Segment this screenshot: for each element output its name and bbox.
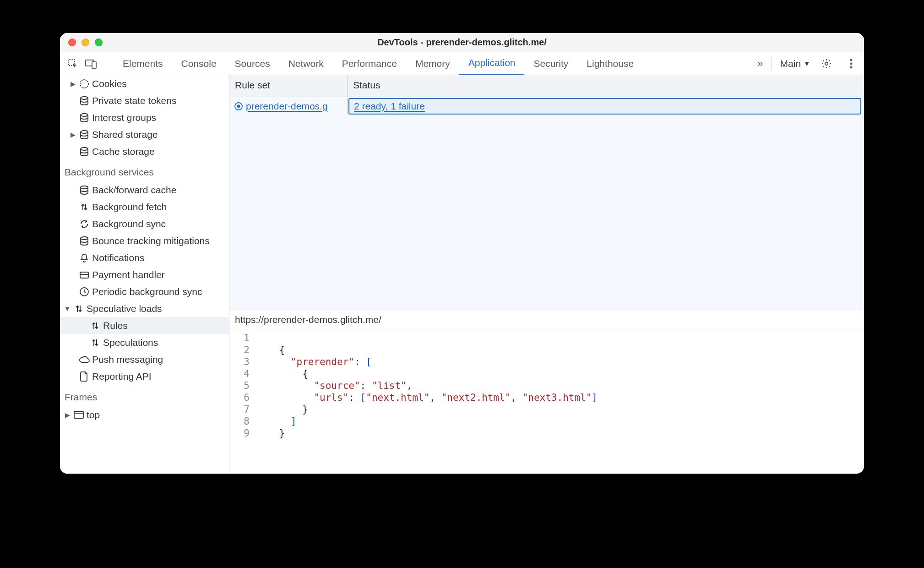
sidebar-item-speculations[interactable]: Speculations xyxy=(60,334,229,351)
minimize-window-button[interactable] xyxy=(82,38,89,46)
collapse-arrow-icon: ▼ xyxy=(63,305,72,312)
traffic-lights xyxy=(68,38,103,46)
sidebar-item-frame-top[interactable]: ▶ top xyxy=(60,406,229,423)
updown-arrows-icon xyxy=(77,202,91,212)
sidebar-item-label: Cookies xyxy=(91,78,127,89)
sidebar-item-shared-storage[interactable]: ▶ Shared storage xyxy=(60,126,229,143)
sidebar-item-label: Back/forward cache xyxy=(91,185,176,196)
sidebar-item-label: Private state tokens xyxy=(91,95,176,106)
inspect-element-icon[interactable] xyxy=(65,55,81,72)
ruleset-grid-body: prerender-demos.g 2 ready, 1 failure xyxy=(229,97,864,310)
database-icon xyxy=(77,147,91,157)
status-dot-icon xyxy=(234,102,243,111)
database-icon xyxy=(77,236,91,246)
main-panel: Rule set Status prerender-demos.g 2 read… xyxy=(229,75,864,474)
code-content: { "prerender": [ { "source": "list", "ur… xyxy=(256,332,598,474)
sidebar-item-notifications[interactable]: Notifications xyxy=(60,249,229,266)
svg-rect-2 xyxy=(92,62,96,68)
column-header-ruleset[interactable]: Rule set xyxy=(229,75,348,97)
svg-point-4 xyxy=(850,59,853,61)
panel-tabs: Elements Console Sources Network Perform… xyxy=(114,52,643,75)
document-icon xyxy=(77,371,91,382)
tab-memory[interactable]: Memory xyxy=(406,52,459,75)
sidebar-item-label: Reporting API xyxy=(91,371,152,382)
cookie-icon xyxy=(77,79,91,89)
tab-elements[interactable]: Elements xyxy=(114,52,172,75)
sidebar-item-label: Push messaging xyxy=(91,354,163,365)
svg-point-5 xyxy=(850,62,853,65)
database-icon xyxy=(77,185,91,195)
device-toggle-icon[interactable] xyxy=(83,55,99,72)
svg-point-7 xyxy=(80,80,88,88)
tab-application[interactable]: Application xyxy=(459,52,525,75)
column-header-status[interactable]: Status xyxy=(348,75,864,97)
window-title: DevTools - prerender-demos.glitch.me/ xyxy=(68,37,856,48)
sidebar-item-cookies[interactable]: ▶ Cookies xyxy=(60,75,229,92)
ruleset-link[interactable]: prerender-demos.g xyxy=(246,101,328,112)
section-header-frames: Frames xyxy=(60,385,229,406)
sidebar-item-label: Rules xyxy=(102,320,128,331)
tab-lighthouse[interactable]: Lighthouse xyxy=(577,52,643,75)
sidebar-item-background-sync[interactable]: Background sync xyxy=(60,215,229,232)
svg-point-12 xyxy=(81,186,88,189)
svg-point-8 xyxy=(81,97,88,99)
devtools-window: DevTools - prerender-demos.glitch.me/ El… xyxy=(60,33,864,474)
expand-arrow-icon: ▶ xyxy=(63,411,72,419)
sidebar-item-label: Speculative loads xyxy=(86,303,162,314)
tab-console[interactable]: Console xyxy=(172,52,226,75)
sidebar-item-label: Bounce tracking mitigations xyxy=(91,235,210,246)
sidebar-item-private-state-tokens[interactable]: Private state tokens xyxy=(60,92,229,109)
updown-arrows-icon xyxy=(72,304,86,314)
tab-security[interactable]: Security xyxy=(524,52,577,75)
sidebar-item-label: Payment handler xyxy=(91,269,165,280)
sidebar-item-payment-handler[interactable]: Payment handler xyxy=(60,266,229,283)
line-numbers: 1 2 3 4 5 6 7 8 9 xyxy=(229,332,256,474)
settings-gear-icon[interactable] xyxy=(818,55,835,72)
sidebar-item-back-forward-cache[interactable]: Back/forward cache xyxy=(60,181,229,198)
section-header-background-services: Background services xyxy=(60,160,229,181)
main-toolbar: Elements Console Sources Network Perform… xyxy=(60,52,864,75)
svg-point-20 xyxy=(238,105,240,108)
tabs-overflow-button[interactable]: » xyxy=(757,58,763,70)
svg-rect-17 xyxy=(74,411,83,418)
tab-network[interactable]: Network xyxy=(279,52,333,75)
sidebar-item-label: Speculations xyxy=(102,337,158,348)
updown-arrows-icon xyxy=(88,321,102,331)
sidebar-item-label: Background fetch xyxy=(91,202,167,213)
tab-performance[interactable]: Performance xyxy=(333,52,406,75)
sidebar-item-interest-groups[interactable]: Interest groups xyxy=(60,109,229,126)
clock-icon xyxy=(77,287,91,297)
more-menu-icon[interactable] xyxy=(843,55,859,72)
maximize-window-button[interactable] xyxy=(95,38,103,46)
sidebar-item-label: top xyxy=(86,410,100,421)
sidebar-item-label: Background sync xyxy=(91,218,166,229)
database-icon xyxy=(77,130,91,140)
ruleset-row[interactable]: prerender-demos.g 2 ready, 1 failure xyxy=(229,97,864,115)
sync-icon xyxy=(77,219,91,229)
code-view[interactable]: 1 2 3 4 5 6 7 8 9 { "prerender": [ { "so… xyxy=(229,329,864,474)
sidebar-item-bounce-tracking[interactable]: Bounce tracking mitigations xyxy=(60,232,229,249)
tab-sources[interactable]: Sources xyxy=(226,52,279,75)
sidebar-item-reporting-api[interactable]: Reporting API xyxy=(60,368,229,385)
close-window-button[interactable] xyxy=(68,38,76,46)
application-sidebar: ▶ Cookies Private state tokens Interest … xyxy=(60,75,229,474)
svg-point-6 xyxy=(850,66,853,68)
sidebar-item-cache-storage[interactable]: Cache storage xyxy=(60,143,229,160)
svg-point-10 xyxy=(81,131,88,133)
chevron-down-icon: ▼ xyxy=(804,60,810,67)
sidebar-item-push-messaging[interactable]: Push messaging xyxy=(60,351,229,368)
detail-url: https://prerender-demos.glitch.me/ xyxy=(229,310,864,329)
target-select[interactable]: Main ▼ xyxy=(780,58,810,69)
sidebar-item-label: Periodic background sync xyxy=(91,286,202,297)
database-icon xyxy=(77,96,91,106)
sidebar-item-rules[interactable]: Rules xyxy=(60,317,229,334)
svg-point-9 xyxy=(81,114,88,116)
sidebar-item-background-fetch[interactable]: Background fetch xyxy=(60,198,229,215)
sidebar-item-speculative-loads[interactable]: ▼ Speculative loads xyxy=(60,300,229,317)
ruleset-cell: prerender-demos.g xyxy=(229,97,348,115)
status-link[interactable]: 2 ready, 1 failure xyxy=(348,98,861,115)
sidebar-item-label: Interest groups xyxy=(91,112,156,123)
sidebar-item-periodic-sync[interactable]: Periodic background sync xyxy=(60,283,229,300)
svg-point-3 xyxy=(825,62,828,65)
sidebar-item-label: Shared storage xyxy=(91,129,158,140)
